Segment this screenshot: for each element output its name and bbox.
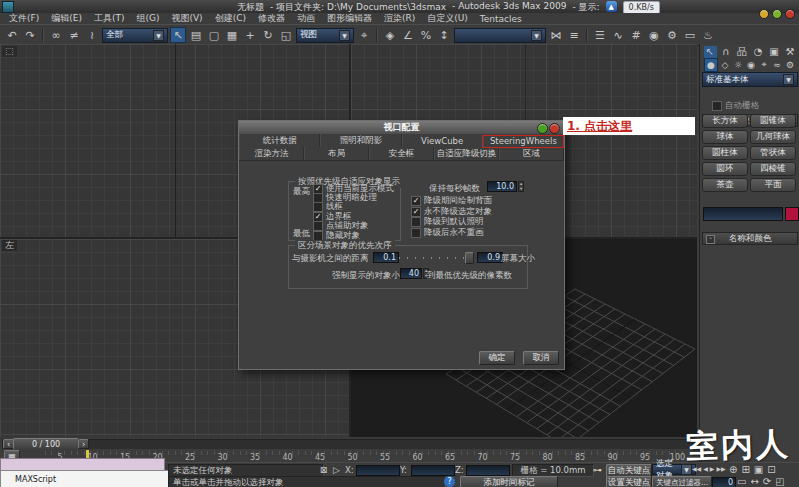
object-name-field[interactable] bbox=[703, 207, 783, 221]
mirror-icon[interactable]: ⋈ bbox=[548, 27, 564, 43]
force-pixels-spinner[interactable]: 40 ▴▾ bbox=[400, 268, 429, 279]
spinner-snap-icon[interactable]: ↕ bbox=[436, 27, 452, 43]
zoom-region-icon[interactable]: ▭ bbox=[737, 476, 746, 487]
window-crossing-icon[interactable]: ▦ bbox=[224, 27, 240, 43]
select-scale-icon[interactable]: ◱ bbox=[278, 27, 294, 43]
utilities-tab-icon[interactable]: ⚒ bbox=[784, 46, 797, 58]
dialog-tab[interactable]: 布局 bbox=[304, 147, 369, 160]
render-setup-icon[interactable]: ⚙ bbox=[664, 27, 680, 43]
set-key-button[interactable]: 设置关键点 bbox=[606, 476, 652, 487]
cancel-button[interactable]: 取消 bbox=[523, 351, 559, 365]
systems-category-icon[interactable]: ⚙ bbox=[784, 59, 796, 71]
frame-forward-arrow[interactable]: › bbox=[78, 439, 89, 449]
z-coordinate-field[interactable] bbox=[466, 465, 510, 476]
object-type-button[interactable]: 圆锥体 bbox=[750, 114, 796, 128]
fps-spinner[interactable]: 10.0 ▴▾ bbox=[487, 181, 524, 192]
ok-button[interactable]: 确定 bbox=[479, 351, 515, 365]
viewport-label-left[interactable]: 左 bbox=[2, 240, 17, 251]
selection-filter-dropdown[interactable]: 全部 ▼ bbox=[102, 28, 168, 43]
motion-tab-icon[interactable]: ◔ bbox=[752, 46, 765, 58]
object-type-button[interactable]: 圆柱体 bbox=[702, 146, 748, 160]
dialog-tab[interactable]: 统计数据 bbox=[239, 134, 320, 147]
link-icon[interactable]: ∞ bbox=[48, 27, 64, 43]
dialog-tab[interactable]: 自适应降级切换 bbox=[434, 147, 499, 160]
key-filters-button[interactable]: 关键点过滤器... bbox=[652, 476, 712, 487]
object-type-button[interactable]: 四棱锥 bbox=[750, 162, 796, 176]
lights-category-icon[interactable]: ☼ bbox=[732, 59, 744, 71]
current-frame-field[interactable]: 0 bbox=[712, 477, 736, 487]
snap-toggle-icon[interactable]: ◈ bbox=[382, 27, 398, 43]
named-selection-dropdown[interactable]: ▼ bbox=[454, 28, 546, 43]
dialog-tab[interactable]: 渲染方法 bbox=[239, 147, 304, 160]
layer-manager-icon[interactable]: ☰ bbox=[592, 27, 608, 43]
schematic-view-icon[interactable]: # bbox=[628, 27, 644, 43]
rendered-frame-icon[interactable]: ▭ bbox=[682, 27, 698, 43]
checkbox[interactable] bbox=[411, 217, 421, 227]
percent-snap-icon[interactable]: % bbox=[418, 27, 434, 43]
angle-snap-icon[interactable]: ∠ bbox=[400, 27, 416, 43]
select-rotate-icon[interactable]: ↻ bbox=[260, 27, 276, 43]
undo-icon[interactable]: ↶ bbox=[4, 27, 20, 43]
viewport-label[interactable]: ⬚ bbox=[2, 46, 17, 57]
distance-slider-handle[interactable] bbox=[465, 252, 474, 264]
helpers-category-icon[interactable]: ⌖ bbox=[758, 59, 770, 71]
select-object-icon[interactable]: ↖ bbox=[170, 27, 186, 43]
object-color-swatch[interactable] bbox=[785, 207, 799, 221]
x-coordinate-field[interactable] bbox=[356, 465, 400, 476]
object-type-button[interactable]: 长方体 bbox=[702, 114, 748, 128]
object-type-button[interactable]: 球体 bbox=[702, 130, 748, 144]
maximize-viewport-icon[interactable]: ◰ bbox=[775, 476, 784, 487]
selection-lock-icon[interactable]: ⊠ bbox=[318, 464, 329, 475]
modify-tab-icon[interactable]: ∩ bbox=[720, 46, 733, 58]
pan-icon[interactable]: ↔ bbox=[750, 476, 758, 487]
hierarchy-tab-icon[interactable]: 品 bbox=[736, 46, 749, 58]
geometry-category-icon[interactable]: ● bbox=[704, 58, 718, 72]
arc-rotate-icon[interactable]: ⟳ bbox=[763, 476, 771, 487]
select-by-name-icon[interactable]: ▤ bbox=[188, 27, 204, 43]
create-tab-icon[interactable]: ↖ bbox=[704, 46, 717, 58]
checkbox[interactable]: ✓ bbox=[411, 196, 421, 206]
dialog-title-bar[interactable]: 视口配置 bbox=[239, 121, 564, 135]
maxscript-listener[interactable]: MAXScript bbox=[0, 470, 179, 487]
fps-value[interactable]: 10.0 bbox=[487, 181, 517, 192]
dialog-close-button[interactable] bbox=[549, 123, 560, 134]
close-button[interactable] bbox=[785, 9, 795, 19]
menu-item[interactable]: Tentacles bbox=[475, 14, 527, 24]
distance-max-field[interactable]: 0.9 bbox=[477, 252, 503, 263]
material-editor-icon[interactable]: ◉ bbox=[646, 27, 662, 43]
object-type-button[interactable]: 茶壶 bbox=[702, 178, 748, 192]
y-coordinate-field[interactable] bbox=[411, 465, 455, 476]
primitive-type-dropdown[interactable]: 标准基本体 ▼ bbox=[702, 72, 798, 87]
object-type-button[interactable]: 几何球体 bbox=[750, 130, 796, 144]
reference-coordinate-dropdown[interactable]: 视图 ▼ bbox=[296, 28, 354, 43]
dialog-tab[interactable]: ViewCube bbox=[402, 134, 483, 147]
minimize-button[interactable] bbox=[759, 9, 769, 19]
cameras-category-icon[interactable]: ◉ bbox=[745, 59, 757, 71]
autogrid-checkbox[interactable] bbox=[712, 101, 722, 111]
force-pixels-value[interactable]: 40 bbox=[400, 268, 422, 279]
shapes-category-icon[interactable]: ◇ bbox=[719, 59, 731, 71]
dialog-tab[interactable]: 照明和阴影 bbox=[320, 134, 401, 147]
spinner-arrows-icon[interactable]: ▴▾ bbox=[518, 181, 524, 192]
help-icon[interactable]: ? bbox=[444, 476, 455, 487]
object-type-button[interactable]: 平面 bbox=[750, 178, 796, 192]
select-move-icon[interactable]: + bbox=[242, 27, 258, 43]
checkbox[interactable]: ✓ bbox=[411, 207, 421, 217]
checkbox[interactable] bbox=[411, 228, 421, 238]
name-color-rollout[interactable]: - 名称和颜色 bbox=[702, 232, 798, 245]
align-icon[interactable]: ≡ bbox=[566, 27, 582, 43]
redo-icon[interactable]: ↷ bbox=[22, 27, 38, 43]
unlink-icon[interactable]: ≠ bbox=[66, 27, 82, 43]
rect-selection-region-icon[interactable]: ▢ bbox=[206, 27, 222, 43]
dialog-tab[interactable]: 区域 bbox=[499, 147, 564, 160]
add-time-tag-button[interactable]: 添加时间标记 bbox=[460, 476, 558, 487]
display-tab-icon[interactable]: ▣ bbox=[768, 46, 781, 58]
dialog-tab[interactable]: 安全框 bbox=[369, 147, 434, 160]
quick-render-icon[interactable]: ♨ bbox=[700, 27, 716, 43]
absolute-mode-icon[interactable]: ▷ bbox=[331, 464, 342, 475]
curve-editor-icon[interactable]: ∿ bbox=[610, 27, 626, 43]
bind-spacewarp-icon[interactable]: ≀ bbox=[84, 27, 100, 43]
distance-slider-track[interactable] bbox=[399, 257, 465, 259]
maximize-button[interactable] bbox=[772, 9, 782, 19]
distance-min-field[interactable]: 0.1 bbox=[373, 252, 399, 263]
